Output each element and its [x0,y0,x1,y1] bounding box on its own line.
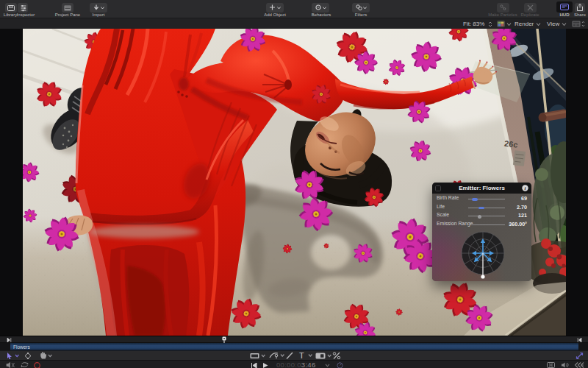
svg-text:T: T [299,352,304,359]
svg-text:i: i [525,185,526,191]
svg-text:26c: 26c [504,139,519,149]
